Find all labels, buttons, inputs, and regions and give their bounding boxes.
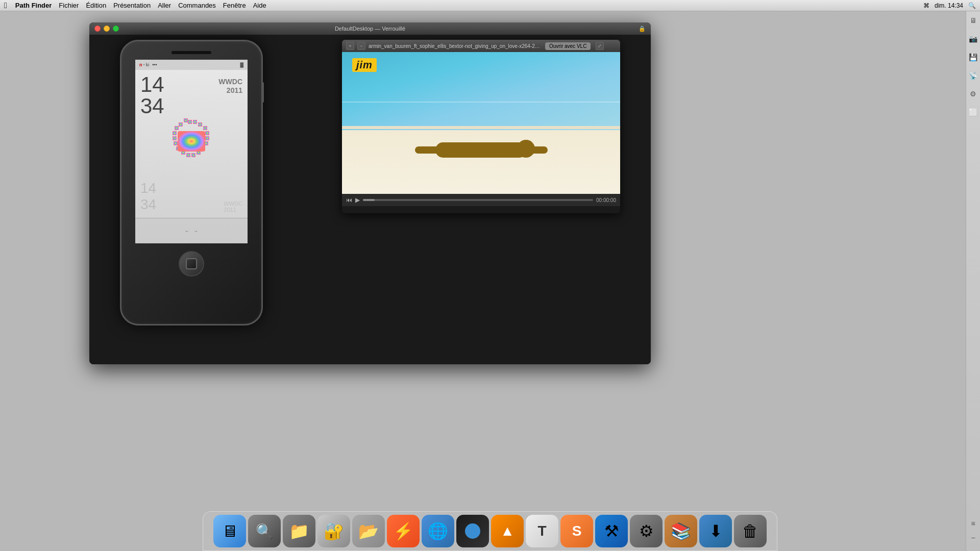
- dock-item-finder[interactable]: 🖥: [213, 515, 246, 547]
- wwdc-label: WWDC: [218, 78, 242, 86]
- dock-item-keystroke[interactable]: ⚡: [387, 515, 420, 547]
- folder-icon: 📂: [358, 521, 379, 541]
- dock-item-stack[interactable]: 📚: [665, 515, 697, 547]
- svg-rect-13: [205, 136, 209, 140]
- dock-item-pages[interactable]: S: [560, 515, 593, 547]
- wwdc-small: WWDC 2011: [224, 201, 242, 213]
- pool-lane: [342, 102, 620, 103]
- carrier-dot: •: [143, 62, 145, 67]
- vlc-video-area: jim: [342, 52, 620, 194]
- stack-icon: 📚: [671, 521, 691, 541]
- sidebar-icon-wifi[interactable]: 📡: [968, 70, 978, 81]
- dock-item-trash[interactable]: 🗑: [734, 515, 767, 547]
- vlc-progress-bar[interactable]: [363, 199, 593, 201]
- sidebar-icon-camera[interactable]: 📷: [968, 34, 978, 44]
- menu-aller[interactable]: Aller: [158, 2, 171, 9]
- iphone-speaker: [171, 51, 212, 55]
- apple-logo-area: [168, 116, 214, 164]
- signal-dots: •••: [152, 62, 157, 67]
- dock: 🖥 🔍 📁 🔐 📂 ⚡ 🌐 ▲ T S: [203, 511, 777, 551]
- traffic-lights: [94, 26, 119, 32]
- vlc-max-btn[interactable]: ⤢: [596, 42, 604, 50]
- jim-logo: jim: [352, 58, 377, 72]
- pf-window-icon: 🔒: [639, 26, 646, 32]
- pf-content: n • ki ••• ▓ 14 34: [89, 35, 651, 364]
- svg-rect-17: [193, 120, 197, 124]
- menu-presentation[interactable]: Présentation: [113, 2, 151, 9]
- desktop: 🖥 📷 💾 📡 ⚙ ⬜ ≡ − DefaultDesktop — Verroui…: [0, 11, 980, 551]
- trash-icon: 🗑: [742, 522, 758, 541]
- carrier-ki: ki: [146, 62, 150, 67]
- menu-fichier[interactable]: Fichier: [59, 2, 79, 9]
- dock-item-proxy[interactable]: [456, 515, 489, 547]
- menu-aide[interactable]: Aide: [253, 2, 266, 9]
- person-body: [435, 142, 527, 158]
- unknown1-icon: 📁: [289, 521, 309, 541]
- minimize-button[interactable]: [104, 26, 110, 32]
- dock-item-keychain[interactable]: 🔐: [317, 515, 350, 547]
- sidebar-icon-db[interactable]: 💾: [968, 52, 978, 62]
- screen-statusbar: n • ki ••• ▓: [135, 60, 248, 70]
- person-head: [517, 140, 535, 158]
- dock-item-globe[interactable]: 🌐: [422, 515, 454, 547]
- screen-carrier: n • ki •••: [139, 62, 157, 67]
- apple-bottom-arrow: →: [193, 229, 198, 234]
- iphone-side-button[interactable]: [261, 82, 264, 103]
- pool-water: [342, 52, 620, 130]
- xcode-icon: ⚒: [604, 521, 619, 541]
- menu-pathfinder[interactable]: Path Finder: [15, 2, 52, 9]
- finder2-icon: 🔍: [256, 523, 274, 540]
- dock-item-unknown1[interactable]: 📁: [283, 515, 315, 547]
- iphone-mockup: n • ki ••• ▓ 14 34: [120, 40, 263, 325]
- sidebar-icon-bottom2[interactable]: −: [968, 533, 978, 543]
- typora-icon: T: [537, 523, 546, 539]
- dock-item-finder2[interactable]: 🔍: [248, 515, 281, 547]
- maximize-button[interactable]: [113, 26, 119, 32]
- sidebar-icon-display[interactable]: 🖥: [968, 15, 978, 26]
- dock-item-xcode[interactable]: ⚒: [595, 515, 628, 547]
- vlc-open-button[interactable]: Ouvrir avec VLC: [545, 42, 591, 50]
- menubar-search-icon[interactable]: 🔍: [968, 2, 976, 9]
- sidebar-icon-square[interactable]: ⬜: [968, 107, 978, 117]
- apple-bottom-label: ←: [185, 229, 189, 234]
- iphone-body: n • ki ••• ▓ 14 34: [120, 40, 263, 325]
- screen-time-small: 14 34: [140, 180, 156, 213]
- menubar-time: dim. 14:34: [935, 2, 963, 9]
- svg-rect-18: [188, 120, 192, 124]
- iphone-screen: n • ki ••• ▓ 14 34: [135, 60, 248, 243]
- menu-commandes[interactable]: Commandes: [178, 2, 216, 9]
- menu-edition[interactable]: Édition: [86, 2, 106, 9]
- dock-item-keynote[interactable]: ▲: [491, 515, 524, 547]
- svg-rect-8: [186, 153, 190, 157]
- scrobbler-icon: ⚙: [639, 521, 654, 541]
- dock-item-folder[interactable]: 📂: [352, 515, 385, 547]
- dock-item-scrobbler[interactable]: ⚙: [630, 515, 663, 547]
- proxy-icon: [465, 523, 480, 539]
- carrier-n: n: [139, 62, 142, 67]
- vlc-close-btn[interactable]: ×: [346, 42, 354, 50]
- pf-titlebar: DefaultDesktop — Verrouillé 🔒: [89, 22, 651, 35]
- video-background: jim: [342, 52, 620, 194]
- apple-menu[interactable]: : [4, 1, 7, 10]
- battery-icon: ▓: [240, 62, 243, 67]
- vlc-window: × − armin_van_buuren_ft_sophie_ellis_bex…: [342, 40, 620, 213]
- person-figure: [430, 135, 532, 165]
- dock-item-typora[interactable]: T: [526, 515, 558, 547]
- sidebar-icon-gear[interactable]: ⚙: [968, 89, 978, 99]
- vlc-min-btn[interactable]: −: [357, 42, 365, 50]
- iphone-home-button[interactable]: [179, 251, 204, 277]
- finder-icon: 🖥: [222, 522, 238, 541]
- keychain-icon: 🔐: [324, 521, 344, 541]
- pages-icon: S: [572, 523, 582, 539]
- time-min: 34: [140, 95, 242, 117]
- right-sidebar: 🖥 📷 💾 📡 ⚙ ⬜ ≡ −: [966, 11, 980, 551]
- sidebar-icon-bottom1[interactable]: ≡: [968, 518, 978, 529]
- home-btn-inner: [186, 258, 197, 269]
- menubar:  Path Finder Fichier Édition Présentati…: [0, 0, 980, 11]
- vlc-play-btn[interactable]: ▶: [355, 196, 360, 204]
- close-button[interactable]: [94, 26, 101, 32]
- vlc-prev-btn[interactable]: ⏮: [346, 196, 352, 204]
- menu-fenetre[interactable]: Fenêtre: [223, 2, 246, 9]
- dock-item-downloads[interactable]: ⬇: [699, 515, 732, 547]
- svg-rect-2: [175, 126, 179, 130]
